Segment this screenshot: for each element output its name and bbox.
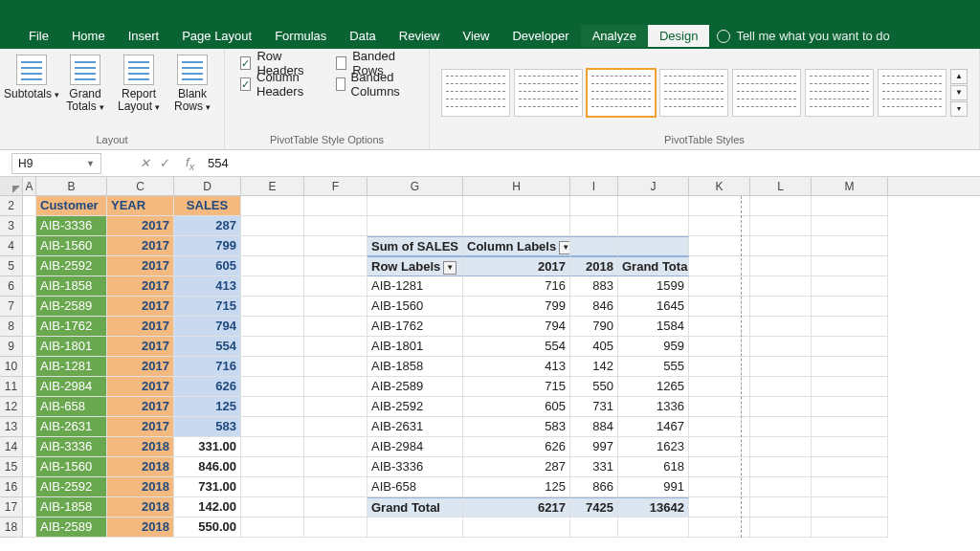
cell[interactable]: 554: [463, 337, 570, 357]
cell[interactable]: 1599: [618, 276, 689, 297]
cell[interactable]: AIB-1801: [368, 337, 463, 357]
cell[interactable]: [23, 276, 36, 297]
row-header[interactable]: 4: [0, 236, 23, 256]
cell[interactable]: [23, 216, 36, 236]
row-header[interactable]: 8: [0, 317, 23, 337]
filter-icon[interactable]: ▼: [443, 261, 457, 275]
cell[interactable]: 716: [463, 276, 570, 297]
cell[interactable]: 1467: [618, 417, 689, 437]
row-header[interactable]: 9: [0, 337, 23, 357]
tell-me[interactable]: Tell me what you want to do: [717, 29, 889, 43]
cell[interactable]: 2018: [107, 477, 174, 497]
cell[interactable]: [812, 196, 888, 216]
cell[interactable]: [750, 417, 812, 437]
cell[interactable]: [241, 417, 304, 437]
cell[interactable]: [304, 497, 368, 518]
cell[interactable]: Grand Total: [618, 256, 689, 276]
cell[interactable]: 413: [174, 276, 241, 297]
row-header[interactable]: 2: [0, 196, 23, 216]
cell[interactable]: [23, 256, 36, 276]
tab-formulas[interactable]: Formulas: [263, 25, 338, 47]
cell[interactable]: AIB-2589: [36, 297, 107, 317]
cell[interactable]: [241, 297, 304, 317]
cell[interactable]: [750, 518, 812, 538]
cell[interactable]: 715: [174, 297, 241, 317]
row-header[interactable]: 5: [0, 256, 23, 276]
cell[interactable]: 2017: [107, 297, 174, 317]
cell[interactable]: 142.00: [174, 497, 241, 518]
cell[interactable]: [812, 477, 888, 497]
cell[interactable]: [304, 518, 368, 538]
cell[interactable]: [618, 236, 689, 256]
cell[interactable]: [241, 477, 304, 497]
cell[interactable]: [750, 377, 812, 397]
style-swatch[interactable]: [805, 69, 874, 117]
tab-view[interactable]: View: [451, 25, 501, 47]
cell[interactable]: [304, 477, 368, 497]
cell[interactable]: [304, 216, 368, 236]
cell[interactable]: AIB-1281: [368, 276, 463, 297]
cell[interactable]: AIB-1858: [368, 357, 463, 377]
cell[interactable]: [241, 317, 304, 337]
col-header[interactable]: G: [368, 177, 463, 195]
cell[interactable]: [23, 236, 36, 256]
cell[interactable]: AIB-2631: [36, 417, 107, 437]
cell[interactable]: [750, 196, 812, 216]
cell[interactable]: 715: [463, 377, 570, 397]
tab-insert[interactable]: Insert: [117, 25, 171, 47]
row-header[interactable]: 15: [0, 457, 23, 477]
cell[interactable]: AIB-658: [368, 477, 463, 497]
cell[interactable]: [812, 317, 888, 337]
cell[interactable]: 626: [463, 437, 570, 457]
cell[interactable]: 2018: [570, 256, 618, 276]
cell[interactable]: 1336: [618, 397, 689, 417]
cell[interactable]: 2017: [107, 357, 174, 377]
cell[interactable]: [812, 437, 888, 457]
cell[interactable]: 287: [463, 457, 570, 477]
cell[interactable]: [304, 377, 368, 397]
row-header[interactable]: 7: [0, 297, 23, 317]
row-header[interactable]: 18: [0, 518, 23, 538]
cell[interactable]: [304, 256, 368, 276]
cell[interactable]: 583: [174, 417, 241, 437]
cell[interactable]: 2018: [107, 437, 174, 457]
style-swatch[interactable]: [732, 69, 801, 117]
style-swatch[interactable]: [659, 69, 728, 117]
col-header[interactable]: C: [107, 177, 174, 195]
cell[interactable]: 883: [570, 276, 618, 297]
cell[interactable]: AIB-3336: [368, 457, 463, 477]
cell[interactable]: [23, 377, 36, 397]
cell[interactable]: [241, 437, 304, 457]
cell[interactable]: 2017: [107, 276, 174, 297]
cell[interactable]: [812, 236, 888, 256]
style-swatch[interactable]: [514, 69, 583, 117]
cell[interactable]: AIB-1762: [36, 317, 107, 337]
cell[interactable]: 2017: [107, 377, 174, 397]
cell[interactable]: [812, 337, 888, 357]
cell[interactable]: [812, 357, 888, 377]
cell[interactable]: 959: [618, 337, 689, 357]
cell[interactable]: 866: [570, 477, 618, 497]
cell[interactable]: 2018: [107, 497, 174, 518]
banded-cols-checkbox[interactable]: Banded Columns: [326, 74, 423, 95]
cell[interactable]: [812, 276, 888, 297]
col-header[interactable]: I: [570, 177, 618, 195]
gallery-up-icon[interactable]: ▲: [950, 69, 968, 84]
cell[interactable]: 555: [618, 357, 689, 377]
cell[interactable]: [241, 256, 304, 276]
cell[interactable]: AIB-1281: [36, 357, 107, 377]
grandtotals-button[interactable]: Grand Totals: [59, 53, 111, 115]
cell[interactable]: AIB-1762: [368, 317, 463, 337]
cell[interactable]: 731.00: [174, 477, 241, 497]
cell[interactable]: [750, 297, 812, 317]
cell[interactable]: AIB-2984: [368, 437, 463, 457]
cell[interactable]: 405: [570, 337, 618, 357]
row-header[interactable]: 6: [0, 276, 23, 297]
cell[interactable]: [618, 518, 689, 538]
cell[interactable]: Column Labels▼: [463, 236, 570, 256]
cell[interactable]: AIB-3336: [36, 216, 107, 236]
cell[interactable]: AIB-2589: [368, 377, 463, 397]
col-header[interactable]: D: [174, 177, 241, 195]
col-header[interactable]: E: [241, 177, 304, 195]
cell[interactable]: AIB-2589: [36, 518, 107, 538]
